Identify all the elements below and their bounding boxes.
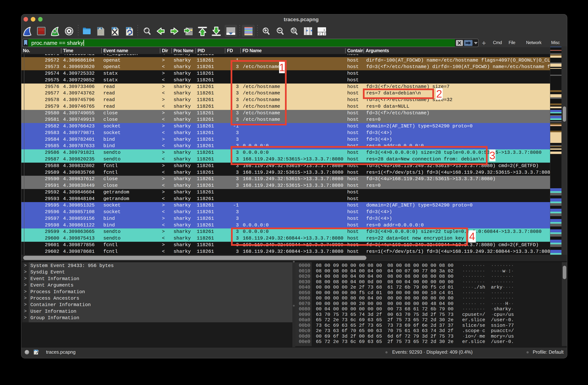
- svg-text:01101: 01101: [99, 32, 103, 33]
- svg-text:1: 1: [323, 28, 325, 31]
- svg-text:2: 2: [319, 32, 320, 35]
- svg-text:01010: 01010: [99, 30, 103, 32]
- svg-text:01110: 01110: [99, 33, 103, 34]
- svg-text:3: 3: [324, 32, 325, 35]
